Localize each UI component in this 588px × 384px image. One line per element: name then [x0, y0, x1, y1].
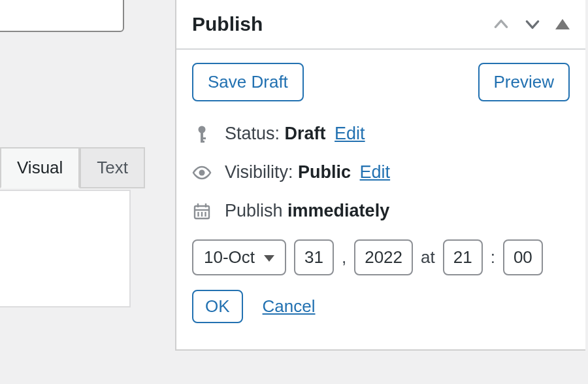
calendar-icon [192, 202, 212, 220]
schedule-row: Publish immediately [192, 201, 570, 221]
move-up-icon[interactable] [493, 16, 510, 33]
status-row: Status: Draft Edit [192, 124, 570, 144]
title-input-fragment[interactable] [0, 0, 124, 32]
svg-point-0 [199, 126, 206, 133]
visibility-edit-link[interactable]: Edit [360, 162, 391, 182]
schedule-ok-button[interactable]: OK [192, 290, 243, 323]
status-text: Status: Draft Edit [225, 124, 365, 144]
chevron-down-icon [264, 255, 274, 262]
schedule-value: immediately [287, 201, 389, 220]
visibility-label: Visibility: [225, 162, 293, 182]
publish-panel-body: Save Draft Preview Status: Draft Edit [176, 50, 585, 349]
preview-button[interactable]: Preview [478, 63, 570, 101]
editor-body-fragment[interactable] [0, 190, 131, 307]
month-select[interactable]: 10-Oct [192, 239, 286, 275]
visibility-text: Visibility: Public Edit [225, 162, 390, 183]
visibility-value: Public [298, 162, 351, 182]
publish-panel-title: Publish [192, 13, 263, 35]
visibility-row: Visibility: Public Edit [192, 162, 570, 183]
tab-text[interactable]: Text [80, 147, 145, 188]
svg-rect-3 [201, 141, 204, 143]
date-at: at [421, 247, 435, 268]
status-value: Draft [285, 124, 326, 143]
publish-panel-header: Publish [176, 0, 585, 50]
schedule-confirm-row: OK Cancel [192, 290, 570, 323]
status-label: Status: [225, 124, 280, 143]
eye-icon [192, 166, 212, 180]
editor-tabs: Visual Text [0, 147, 131, 188]
hour-input[interactable]: 21 [443, 239, 483, 275]
minute-input[interactable]: 00 [503, 239, 543, 275]
svg-rect-1 [201, 132, 203, 142]
toggle-panel-icon[interactable] [555, 19, 570, 29]
publish-panel: Publish Save Draft Preview [175, 0, 585, 351]
move-down-icon[interactable] [524, 16, 541, 33]
schedule-cancel-link[interactable]: Cancel [263, 296, 316, 317]
save-draft-button[interactable]: Save Draft [192, 63, 304, 101]
svg-point-4 [199, 169, 205, 175]
publish-quick-actions: Save Draft Preview [192, 63, 570, 101]
panel-header-controls [493, 16, 570, 33]
time-colon: : [491, 247, 495, 268]
status-edit-link[interactable]: Edit [335, 124, 365, 143]
year-input[interactable]: 2022 [354, 239, 413, 275]
schedule-label: Publish [225, 201, 283, 220]
schedule-text: Publish immediately [225, 201, 389, 221]
day-input[interactable]: 31 [294, 239, 334, 275]
month-select-value: 10-Oct [204, 247, 255, 268]
tab-visual[interactable]: Visual [0, 147, 80, 188]
date-comma: , [342, 247, 346, 268]
schedule-date-controls: 10-Oct 31 , 2022 at 21 : 00 [192, 239, 570, 275]
key-icon [192, 125, 212, 143]
svg-rect-2 [201, 137, 206, 139]
